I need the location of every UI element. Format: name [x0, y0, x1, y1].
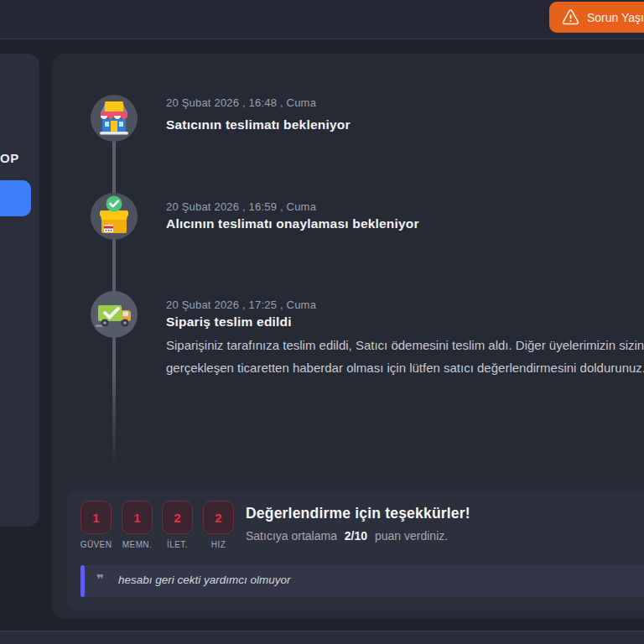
score-value: 2 [203, 501, 234, 534]
top-navigation-bar [0, 0, 644, 38]
score-communication: 2 İLET. [162, 501, 193, 553]
score-label: MEMN. [122, 540, 152, 549]
score-trust: 1 GÜVEN [80, 501, 112, 553]
quote-icon: ❞ [96, 572, 104, 587]
event-date: 20 Şubat 2026 , 17:25 , Cuma [166, 299, 316, 311]
rating-summary: Satıcıya ortalama 2/10 puan verdiniz. [246, 529, 448, 543]
score-label: GÜVEN [80, 540, 112, 549]
storefront-icon [91, 95, 138, 142]
seller-name-partial: OP [0, 151, 19, 165]
event-description: Siparişiniz tarafınıza teslim edildi, Sa… [166, 334, 644, 379]
score-speed: 2 HIZ [203, 501, 234, 553]
score-value: 1 [80, 501, 112, 534]
rating-average-score: 2/10 [345, 529, 367, 543]
rating-summary-suffix: puan verdiniz. [375, 529, 448, 543]
warning-triangle-icon [562, 9, 579, 25]
rating-comment-text: hesabı geri cekti yardımcı olmuyor [118, 574, 291, 586]
delivery-truck-icon [91, 291, 138, 338]
seller-info-card: OP [0, 54, 39, 527]
score-value: 2 [162, 501, 193, 534]
score-label: İLET. [167, 540, 188, 549]
event-title: Sipariş teslim edildi [166, 314, 292, 330]
score-satisfaction: 1 MEMN. [122, 501, 153, 553]
report-issue-button[interactable]: Sorun Yaşıyorum [549, 2, 644, 33]
rating-comment-box: ❞ hesabı geri cekti yardımcı olmuyor [80, 565, 644, 597]
rating-thanks-title: Değerlendirme için teşekkürler! [246, 505, 470, 522]
score-value: 1 [122, 501, 153, 534]
report-issue-label: Sorun Yaşıyorum [587, 11, 644, 24]
quote-accent-bar [80, 565, 85, 597]
sidebar-action-button[interactable] [0, 180, 31, 216]
package-check-icon [91, 193, 138, 240]
event-title: Satıcının teslimatı bekleniyor [166, 117, 351, 132]
rating-summary-prefix: Satıcıya ortalama [246, 529, 337, 543]
event-date: 20 Şubat 2026 , 16:59 , Cuma [166, 200, 316, 213]
order-tracking-page: Sorun Yaşıyorum OP 20 Şubat 2026 , 16:48… [0, 0, 644, 644]
event-description-line: Siparişiniz tarafınıza teslim edildi, Sa… [166, 334, 644, 356]
footer-bar [0, 631, 644, 644]
event-description-line: gerçekleşen ticaretten haberdar olması i… [166, 356, 644, 379]
event-date: 20 Şubat 2026 , 16:48 , Cuma [166, 96, 316, 109]
score-label: HIZ [211, 540, 226, 549]
topbar-divider [0, 38, 644, 39]
event-title: Alıcının teslimatı onaylaması bekleniyor [166, 216, 419, 231]
